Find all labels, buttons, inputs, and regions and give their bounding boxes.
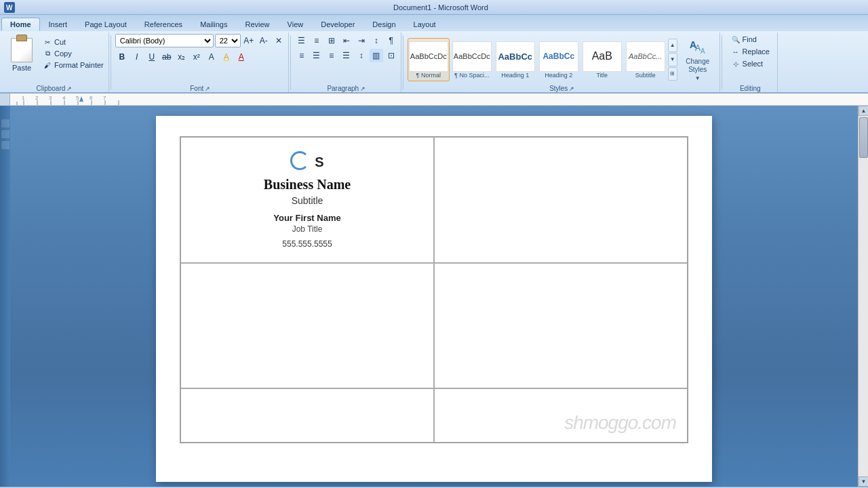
tab-bar: Home Insert Page Layout References Maili… bbox=[0, 15, 868, 31]
svg-text:2: 2 bbox=[35, 95, 39, 101]
style-subtitle-label: Subtitle bbox=[635, 72, 656, 79]
style-title[interactable]: AaB Title bbox=[581, 38, 623, 81]
para-group-label: Paragraph bbox=[327, 85, 359, 92]
tab-design[interactable]: Design bbox=[363, 18, 404, 31]
divider-4 bbox=[722, 35, 722, 89]
find-button[interactable]: 🔍 Find bbox=[729, 34, 772, 45]
tab-references[interactable]: References bbox=[136, 18, 191, 31]
left-panel-btn-3[interactable] bbox=[1, 141, 9, 149]
bullets-button[interactable]: ☰ bbox=[295, 34, 309, 47]
card-cell-top-right[interactable] bbox=[434, 137, 688, 263]
tab-view[interactable]: View bbox=[279, 18, 313, 31]
svg-text:6: 6 bbox=[90, 95, 93, 101]
tab-insert[interactable]: Insert bbox=[40, 18, 77, 31]
borders-button[interactable]: ⊡ bbox=[384, 49, 398, 62]
change-styles-button[interactable]: A A A ChangeStyles ▼ bbox=[679, 38, 717, 81]
cut-button[interactable]: ✂ Cut bbox=[41, 37, 106, 47]
scroll-track bbox=[859, 116, 868, 476]
text-effects-button[interactable]: A bbox=[205, 50, 218, 64]
clear-formatting-button[interactable]: ✕ bbox=[272, 34, 285, 47]
styles-scroll-down[interactable]: ▼ bbox=[668, 53, 677, 66]
divider-3 bbox=[403, 35, 403, 89]
left-panel-btn-1[interactable] bbox=[1, 119, 9, 127]
font-size-select[interactable]: 22 bbox=[215, 34, 241, 47]
paste-button[interactable]: Paste bbox=[4, 34, 39, 76]
font-controls: Calibri (Body) 22 A+ A- ✕ B I U ab x₂ bbox=[115, 34, 285, 85]
highlight-button[interactable]: A bbox=[220, 50, 233, 64]
card-cell-bot-left[interactable] bbox=[180, 388, 434, 443]
styles-scroll-expand[interactable]: ⊞ bbox=[668, 67, 677, 81]
document-page: S Business Name Subtitle Your First Name… bbox=[156, 116, 712, 482]
format-painter-button[interactable]: 🖌 Format Painter bbox=[41, 60, 106, 70]
card-logo-row: S bbox=[290, 151, 323, 173]
cut-label: Cut bbox=[54, 38, 66, 46]
decrease-indent-button[interactable]: ⇤ bbox=[340, 34, 353, 47]
style-heading2[interactable]: AaBbCc Heading 2 bbox=[538, 38, 580, 81]
subscript-button[interactable]: x₂ bbox=[175, 50, 189, 64]
style-normal-label: ¶ Normal bbox=[416, 72, 441, 79]
card-cell-bot-right[interactable]: shmoggo.com bbox=[434, 388, 688, 443]
change-styles-icon: A A A bbox=[687, 37, 709, 56]
strikethrough-button[interactable]: ab bbox=[160, 50, 174, 64]
style-heading1-preview: AaBbCc bbox=[496, 41, 535, 72]
shading-button[interactable]: ▥ bbox=[370, 49, 383, 62]
style-normal[interactable]: AaBbCcDc ¶ Normal bbox=[408, 38, 450, 81]
align-center-button[interactable]: ☰ bbox=[310, 49, 323, 62]
font-color-button[interactable]: A bbox=[235, 50, 248, 64]
line-spacing-button[interactable]: ↕ bbox=[355, 49, 368, 62]
styles-scroll-up[interactable]: ▲ bbox=[668, 39, 677, 52]
tab-mailings[interactable]: Mailings bbox=[191, 18, 236, 31]
scroll-down-button[interactable]: ▼ bbox=[859, 476, 868, 487]
card-cell-mid-left[interactable] bbox=[180, 263, 434, 388]
para-group-label-row: Paragraph ↗ bbox=[327, 85, 366, 92]
copy-button[interactable]: ⧉ Copy bbox=[41, 48, 106, 59]
show-formatting-button[interactable]: ¶ bbox=[384, 34, 398, 47]
scroll-thumb[interactable] bbox=[859, 117, 868, 158]
increase-indent-button[interactable]: ⇥ bbox=[355, 34, 368, 47]
card-phone: 555.555.5555 bbox=[282, 239, 332, 249]
align-right-button[interactable]: ≡ bbox=[325, 49, 338, 62]
styles-expand-icon[interactable]: ↗ bbox=[569, 85, 574, 92]
ribbon: Home Insert Page Layout References Maili… bbox=[0, 15, 868, 94]
copy-icon: ⧉ bbox=[43, 49, 52, 58]
style-subtitle[interactable]: AaBbCc... Subtitle bbox=[625, 38, 667, 81]
replace-button[interactable]: ↔ Replace bbox=[729, 46, 772, 57]
clipboard-expand-icon[interactable]: ↗ bbox=[66, 85, 73, 92]
card-cell-top-left[interactable]: S Business Name Subtitle Your First Name… bbox=[180, 137, 434, 263]
tab-layout[interactable]: Layout bbox=[405, 18, 445, 31]
font-size-increase-button[interactable]: A+ bbox=[242, 34, 256, 47]
font-expand-icon[interactable]: ↗ bbox=[205, 85, 210, 92]
align-left-button[interactable]: ≡ bbox=[295, 49, 309, 62]
numbering-button[interactable]: ≡ bbox=[310, 34, 323, 47]
card-cell-mid-right[interactable] bbox=[434, 263, 688, 388]
justify-button[interactable]: ☰ bbox=[340, 49, 353, 62]
scroll-up-button[interactable]: ▲ bbox=[859, 106, 868, 116]
para-expand-icon[interactable]: ↗ bbox=[360, 85, 366, 92]
tab-page-layout[interactable]: Page Layout bbox=[76, 18, 136, 31]
style-no-spacing[interactable]: AaBbCcDc ¶ No Spaci... bbox=[451, 38, 493, 81]
font-group: Calibri (Body) 22 A+ A- ✕ B I U ab x₂ bbox=[113, 33, 289, 92]
italic-button[interactable]: I bbox=[130, 50, 144, 64]
style-title-label: Title bbox=[596, 72, 608, 79]
tab-review[interactable]: Review bbox=[236, 18, 278, 31]
format-painter-icon: 🖌 bbox=[43, 60, 52, 70]
select-button[interactable]: ⊹ Select bbox=[729, 58, 772, 69]
card-job-title: Job Title bbox=[292, 224, 323, 234]
superscript-button[interactable]: x² bbox=[190, 50, 203, 64]
clipboard-group: Paste ✂ Cut ⧉ Copy 🖌 Format Painter bbox=[1, 33, 109, 92]
tab-home[interactable]: Home bbox=[1, 18, 40, 31]
paste-icon bbox=[11, 38, 33, 62]
style-heading1[interactable]: AaBbCc Heading 1 bbox=[494, 38, 536, 81]
multilevel-list-button[interactable]: ⊞ bbox=[325, 34, 338, 47]
tab-developer[interactable]: Developer bbox=[312, 18, 363, 31]
styles-group: AaBbCcDc ¶ Normal AaBbCcDc ¶ No Spaci... bbox=[405, 33, 720, 92]
underline-button[interactable]: U bbox=[145, 50, 159, 64]
font-size-decrease-button[interactable]: A- bbox=[257, 34, 271, 47]
sort-button[interactable]: ↕ bbox=[370, 34, 383, 47]
font-name-select[interactable]: Calibri (Body) bbox=[115, 34, 214, 47]
left-panel-btn-2[interactable] bbox=[1, 130, 9, 138]
watermark: shmoggo.com bbox=[564, 412, 676, 434]
clipboard-group-label: Clipboard bbox=[36, 85, 65, 92]
bold-button[interactable]: B bbox=[115, 50, 129, 64]
style-subtitle-preview: AaBbCc... bbox=[626, 41, 665, 72]
